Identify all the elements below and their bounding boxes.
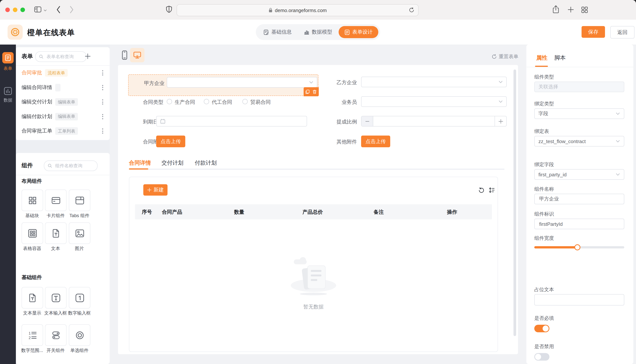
other-upload-button[interactable]: 点击上传: [361, 136, 390, 147]
component-tile-switch[interactable]: [45, 324, 67, 346]
form-list-item[interactable]: 合同审批 流程表单: [16, 66, 110, 80]
tab-delivery-plan[interactable]: 交付计划: [161, 159, 183, 166]
component-tile-basic-block[interactable]: [22, 190, 43, 211]
rail-forms-label[interactable]: 表单: [0, 66, 16, 71]
share-icon[interactable]: [552, 5, 560, 14]
mobile-preview-icon[interactable]: [122, 50, 127, 60]
chevron-down-icon[interactable]: [44, 9, 47, 12]
component-key-label: 组件标识: [534, 211, 554, 218]
minimize-window-button[interactable]: [13, 8, 17, 12]
back-icon[interactable]: [56, 6, 61, 14]
radio-oem[interactable]: [204, 99, 209, 104]
tab-basic-info[interactable]: 基础信息: [258, 26, 297, 38]
bind-type-select[interactable]: 字段: [534, 108, 624, 119]
reset-form-button[interactable]: 重置表单: [492, 53, 518, 60]
component-name-input[interactable]: [538, 196, 620, 202]
component-tile-text[interactable]: [45, 222, 67, 244]
rail-item-data[interactable]: [4, 87, 12, 95]
privacy-shield-icon[interactable]: [166, 6, 172, 14]
component-tile-number-range[interactable]: [22, 324, 43, 346]
refresh-table-icon[interactable]: [478, 187, 484, 193]
copy-icon[interactable]: [305, 89, 310, 94]
tab-form-design[interactable]: 表单设计: [339, 26, 378, 38]
slider-handle[interactable]: [574, 244, 580, 250]
component-tile-text-display[interactable]: [22, 287, 43, 308]
tabs-icon: [75, 196, 85, 205]
decrease-button[interactable]: [361, 116, 373, 126]
desktop-preview-toggle[interactable]: [130, 48, 144, 62]
more-menu-icon[interactable]: [101, 98, 104, 106]
left-rail: 表单 数据: [0, 44, 16, 364]
field-label: 合同类型: [143, 99, 163, 106]
form-list-item[interactable]: 编辑交付计划 编辑表单: [16, 95, 110, 109]
increase-button[interactable]: [495, 116, 506, 126]
close-window-button[interactable]: [5, 8, 10, 12]
second-party-select[interactable]: [361, 77, 507, 87]
lock-icon: [269, 8, 273, 13]
more-menu-icon[interactable]: [101, 69, 104, 77]
component-tile-image[interactable]: [69, 222, 90, 244]
tab-data-model[interactable]: 数据模型: [298, 26, 338, 38]
form-list-item[interactable]: 编辑付款计划 编辑表单: [16, 109, 110, 124]
component-tile-card[interactable]: [45, 190, 67, 211]
component-tile-radio[interactable]: [69, 324, 90, 346]
forms-icon: [5, 54, 11, 61]
disabled-toggle[interactable]: [534, 353, 549, 360]
selected-field-first-party[interactable]: 甲方企业: [128, 74, 318, 96]
width-slider[interactable]: [534, 246, 624, 248]
new-tab-icon[interactable]: [568, 6, 574, 13]
tab-payment-plan[interactable]: 付款计划: [195, 159, 217, 166]
contract-upload-button[interactable]: 点击上传: [156, 136, 185, 147]
col-action: 操作: [447, 209, 457, 216]
form-type-badge: 编辑表单: [55, 98, 78, 106]
sidebar-toggle-icon[interactable]: [34, 6, 42, 13]
radio-production[interactable]: [167, 99, 172, 104]
canvas-scrollbar[interactable]: [514, 70, 516, 336]
form-type-badge: 工单列表: [55, 128, 78, 135]
salesman-select[interactable]: [361, 96, 507, 107]
tab-script[interactable]: 脚本: [554, 54, 566, 62]
tab-properties[interactable]: 属性: [536, 54, 547, 62]
form-list-item[interactable]: 合同审批工单 工单列表: [16, 124, 110, 138]
bind-field-select[interactable]: first_party_id: [534, 169, 624, 180]
address-bar[interactable]: demo.orangeforms.com: [176, 4, 418, 16]
row-height-icon[interactable]: [489, 187, 495, 193]
component-search-input[interactable]: [55, 163, 94, 169]
commission-number-input[interactable]: [361, 116, 507, 126]
new-row-button[interactable]: 新建: [143, 184, 167, 196]
bind-field-label: 绑定字段: [534, 161, 554, 168]
more-menu-icon[interactable]: [101, 112, 104, 121]
delete-icon[interactable]: [312, 89, 317, 94]
rail-data-label[interactable]: 数据: [0, 98, 16, 103]
component-tile-table-container[interactable]: [22, 222, 43, 244]
due-date-input[interactable]: [156, 116, 307, 126]
rail-item-forms[interactable]: [2, 52, 14, 64]
radio-trade[interactable]: [242, 99, 248, 104]
reload-icon[interactable]: [409, 7, 414, 13]
component-key-input[interactable]: [538, 221, 620, 227]
component-tile-text-input[interactable]: [45, 287, 67, 308]
first-party-select[interactable]: [167, 77, 317, 88]
grid-blocks-icon: [28, 196, 37, 205]
more-menu-icon[interactable]: [101, 84, 104, 92]
divider: [16, 175, 110, 175]
save-button[interactable]: 保存: [581, 26, 605, 38]
tab-overview-icon[interactable]: [581, 6, 588, 13]
card-icon: [51, 196, 61, 205]
form-list-item[interactable]: 编辑合同详情: [16, 80, 110, 95]
placeholder-input[interactable]: [538, 296, 620, 303]
add-form-icon[interactable]: [85, 53, 91, 59]
bind-table-select[interactable]: zz_test_flow_contract: [534, 136, 624, 146]
tab-contract-detail[interactable]: 合同详情: [129, 159, 151, 166]
back-button[interactable]: 返回: [610, 26, 634, 38]
more-menu-icon[interactable]: [101, 127, 104, 135]
components-panel-title: 组件: [22, 162, 33, 169]
required-toggle[interactable]: [534, 325, 549, 332]
component-tile-number-input[interactable]: [69, 287, 90, 308]
col-quantity: 数量: [234, 209, 244, 216]
zoom-window-button[interactable]: [21, 8, 25, 12]
form-search-input[interactable]: [46, 54, 83, 60]
forward-icon[interactable]: [69, 6, 74, 14]
bind-table-label: 绑定表: [534, 128, 549, 135]
component-tile-tabs[interactable]: [69, 190, 90, 211]
